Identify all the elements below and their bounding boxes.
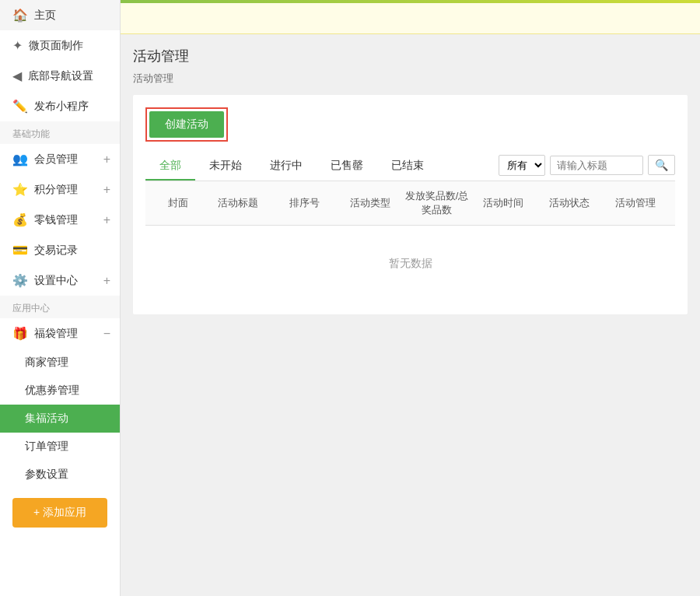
points-icon: ⭐ xyxy=(12,182,28,197)
tab-not-started[interactable]: 未开始 xyxy=(195,153,256,181)
publish-icon: ✏️ xyxy=(12,99,28,114)
th-status: 活动状态 xyxy=(536,196,602,210)
filter-select[interactable]: 所有 xyxy=(499,155,545,176)
notice-bar xyxy=(121,3,700,34)
tabs-row: 全部 未开始 进行中 已售罄 已结束 所有 🔍 xyxy=(145,153,675,181)
sidebar-item-lucky-bag[interactable]: 🎁 福袋管理 − xyxy=(0,318,120,349)
th-title: 活动标题 xyxy=(205,196,271,210)
th-order: 排序号 xyxy=(271,196,337,210)
tab-all[interactable]: 全部 xyxy=(145,153,195,181)
sidebar-label-jifu: 集福活动 xyxy=(25,412,68,424)
th-prizes: 发放奖品数/总奖品数 xyxy=(404,189,470,217)
sidebar-item-publish[interactable]: ✏️ 发布小程序 xyxy=(0,91,120,121)
sidebar-label-lucky-bag: 福袋管理 xyxy=(34,327,78,341)
th-cover: 封面 xyxy=(152,196,205,210)
lucky-bag-expand-icon: − xyxy=(103,327,110,341)
sidebar-label-order: 订单管理 xyxy=(25,440,68,452)
filter-input[interactable] xyxy=(550,156,643,175)
sidebar-label-transaction: 交易记录 xyxy=(34,244,78,258)
sidebar-label-points: 积分管理 xyxy=(34,183,78,197)
sidebar-item-wallet[interactable]: 💰 零钱管理 + xyxy=(0,205,120,235)
table-header: 封面 活动标题 排序号 活动类型 发放奖品数/总奖品数 活动时间 活动状态 活动… xyxy=(145,181,675,226)
sidebar-sub-param[interactable]: 参数设置 xyxy=(0,461,120,489)
content-area: 活动管理 活动管理 创建活动 全部 未开始 进行中 已售罄 已结束 所有 🔍 xyxy=(121,34,700,596)
wallet-expand-icon: + xyxy=(103,213,110,227)
settings-icon: ⚙️ xyxy=(12,273,28,288)
sidebar-item-micro-page[interactable]: ✦ 微页面制作 xyxy=(0,30,120,61)
home-icon: 🏠 xyxy=(12,8,28,23)
add-app-button[interactable]: + 添加应用 xyxy=(12,498,107,528)
sidebar-label-member: 会员管理 xyxy=(34,153,78,167)
search-button[interactable]: 🔍 xyxy=(648,155,675,175)
empty-data-text: 暂无数据 xyxy=(145,226,675,302)
sidebar: 🏠 主页 ✦ 微页面制作 ◀ 底部导航设置 ✏️ 发布小程序 基础功能 👥 会员… xyxy=(0,0,121,596)
sidebar-label-wallet: 零钱管理 xyxy=(34,213,78,227)
sidebar-sub-merchant[interactable]: 商家管理 xyxy=(0,349,120,377)
th-type: 活动类型 xyxy=(338,196,404,210)
settings-expand-icon: + xyxy=(103,274,110,288)
nav-icon: ◀ xyxy=(12,68,22,83)
tab-ended[interactable]: 已结束 xyxy=(377,153,438,181)
sidebar-label-param: 参数设置 xyxy=(25,468,68,480)
section-basic: 基础功能 xyxy=(0,121,120,144)
sidebar-item-member[interactable]: 👥 会员管理 + xyxy=(0,144,120,174)
sidebar-item-points[interactable]: ⭐ 积分管理 + xyxy=(0,174,120,205)
section-app: 应用中心 xyxy=(0,296,120,318)
main-content: 活动管理 活动管理 创建活动 全部 未开始 进行中 已售罄 已结束 所有 🔍 xyxy=(121,0,700,596)
th-manage: 活动管理 xyxy=(603,196,669,210)
sidebar-item-settings[interactable]: ⚙️ 设置中心 + xyxy=(0,265,120,296)
lucky-bag-icon: 🎁 xyxy=(12,326,28,341)
points-expand-icon: + xyxy=(103,183,110,197)
create-activity-button[interactable]: 创建活动 xyxy=(149,111,224,138)
micro-page-icon: ✦ xyxy=(12,38,23,53)
sidebar-item-bottom-nav[interactable]: ◀ 底部导航设置 xyxy=(0,61,120,91)
sidebar-label-micro-page: 微页面制作 xyxy=(29,39,83,53)
sidebar-label-settings: 设置中心 xyxy=(34,274,78,288)
sidebar-label-publish: 发布小程序 xyxy=(34,100,89,114)
tab-filter-area: 所有 🔍 xyxy=(499,155,675,179)
wallet-icon: 💰 xyxy=(12,212,28,227)
sidebar-item-transaction[interactable]: 💳 交易记录 xyxy=(0,235,120,265)
sidebar-sub-jifu[interactable]: 集福活动 xyxy=(0,405,120,433)
th-time: 活动时间 xyxy=(470,196,536,210)
sidebar-label-merchant: 商家管理 xyxy=(25,356,68,368)
sidebar-sub-order[interactable]: 订单管理 xyxy=(0,433,120,461)
tab-sold-out[interactable]: 已售罄 xyxy=(317,153,377,181)
sidebar-sub-coupon[interactable]: 优惠券管理 xyxy=(0,377,120,405)
member-icon: 👥 xyxy=(12,152,28,167)
sidebar-item-home[interactable]: 🏠 主页 xyxy=(0,0,120,30)
transaction-icon: 💳 xyxy=(12,243,28,258)
create-btn-wrapper: 创建活动 xyxy=(145,107,228,142)
sidebar-label-coupon: 优惠券管理 xyxy=(25,384,79,396)
tab-ongoing[interactable]: 进行中 xyxy=(256,153,317,181)
page-title: 活动管理 xyxy=(133,34,688,72)
sidebar-label-bottom-nav: 底部导航设置 xyxy=(28,69,93,83)
main-card: 创建活动 全部 未开始 进行中 已售罄 已结束 所有 🔍 封面 活动标题 xyxy=(133,95,688,314)
member-expand-icon: + xyxy=(103,153,110,167)
sidebar-label-home: 主页 xyxy=(34,9,56,23)
breadcrumb: 活动管理 xyxy=(133,72,688,86)
